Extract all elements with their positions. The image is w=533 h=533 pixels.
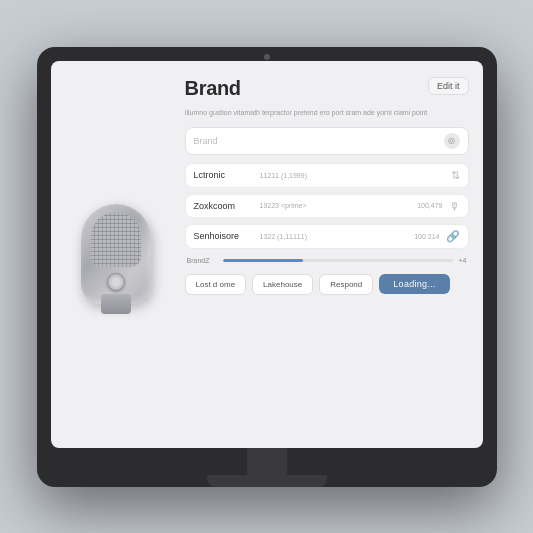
list-item[interactable]: Lctronic 11211 (1,1999) ⇅: [185, 163, 469, 188]
monitor-screen: Brand Edit it Illumno gustion vitamath t…: [51, 61, 483, 448]
loading-dots: [427, 279, 435, 289]
list-item-detail: 1322 (1,11111): [260, 233, 409, 240]
page-title: Brand: [185, 77, 241, 100]
list-item-detail: 19223 <prime>: [260, 202, 412, 209]
subtitle: Illumno gustion vitamath terpractor pret…: [185, 108, 469, 117]
progress-bar-track: [223, 259, 453, 262]
search-bar[interactable]: Brand ◎: [185, 127, 469, 155]
loading-button[interactable]: Loading: [379, 274, 450, 294]
monitor: Brand Edit it Illumno gustion vitamath t…: [37, 47, 497, 487]
list-item[interactable]: Zoxkcoom 19223 <prime> 100,479 🎙: [185, 194, 469, 218]
list-item-value: 100 214: [414, 233, 439, 240]
list-item-detail: 11211 (1,1999): [260, 172, 445, 179]
lakehouse-button[interactable]: Lakehouse: [252, 274, 313, 295]
list-item-name: Zoxkcoom: [194, 201, 254, 211]
edit-button[interactable]: Edit it: [428, 77, 469, 95]
progress-row: BrandZ +4: [185, 255, 469, 266]
mic-base: [101, 294, 131, 314]
mic-grille: [91, 212, 141, 267]
bottom-row: Lost d ome Lakehouse Respond Loading: [185, 274, 469, 295]
mic-button: [107, 273, 125, 291]
loading-text: Loading: [393, 279, 436, 289]
monitor-stand-neck: [247, 448, 287, 476]
list-item-name: Lctronic: [194, 170, 254, 180]
monitor-camera: [264, 54, 270, 60]
content-panel: Brand Edit it Illumno gustion vitamath t…: [181, 61, 483, 448]
list-item[interactable]: Senhoisore 1322 (1,11111) 100 214 🔗: [185, 224, 469, 249]
left-button[interactable]: Lost d ome: [185, 274, 247, 295]
list-item-name: Senhoisore: [194, 231, 254, 241]
search-placeholder: Brand: [194, 136, 438, 146]
list-item-icon[interactable]: 🔗: [446, 230, 460, 243]
progress-value: +4: [459, 257, 467, 264]
progress-bar-fill: [223, 259, 304, 262]
list-item-value: 100,479: [417, 202, 442, 209]
monitor-outer: Brand Edit it Illumno gustion vitamath t…: [37, 47, 497, 487]
mic-side: [51, 61, 181, 448]
progress-label: BrandZ: [187, 257, 217, 264]
list-item-icon[interactable]: ⇅: [451, 169, 460, 182]
list-item-icon[interactable]: 🎙: [449, 200, 460, 212]
monitor-stand-base: [207, 475, 327, 487]
respond-button[interactable]: Respond: [319, 274, 373, 295]
header-row: Brand Edit it: [185, 77, 469, 100]
microphone: [81, 204, 151, 304]
search-icon[interactable]: ◎: [444, 133, 460, 149]
